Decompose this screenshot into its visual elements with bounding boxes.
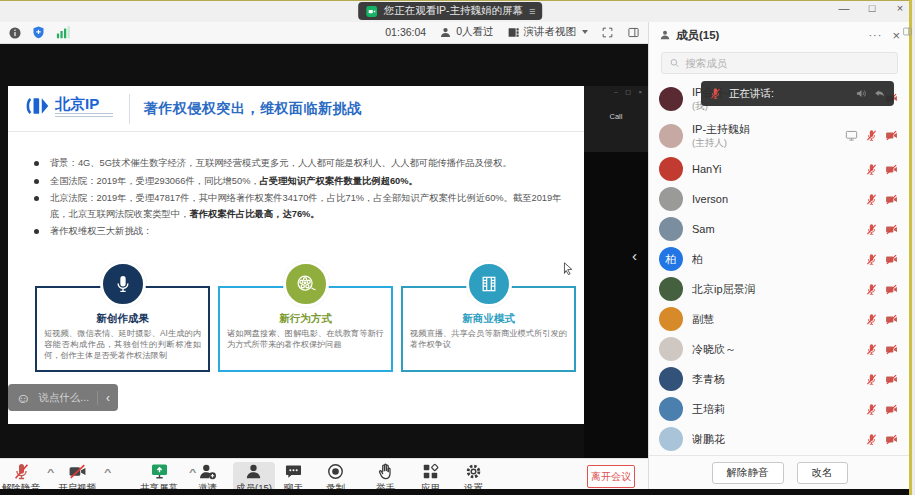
member-name: 王培莉 <box>692 402 725 417</box>
settings-gear-icon <box>464 462 483 481</box>
challenge-boxes: 新创作成果 短视频、微信表情、延时摄影、AI生成的内容能否构成作品，其独创性的判… <box>35 286 576 372</box>
member-row[interactable]: 李青杨 <box>649 364 910 394</box>
avatar <box>659 187 683 211</box>
member-row[interactable]: 副慧 <box>649 304 910 334</box>
chat-collapse-icon[interactable]: ‹ <box>106 391 110 405</box>
member-row[interactable]: HanYi <box>649 154 910 184</box>
bullet-item: 背景：4G、5G技术催生数字经济，互联网经营模式更多元，人人都可能是权利人、人人… <box>28 156 570 172</box>
member-row[interactable]: 柏 柏 <box>649 244 910 274</box>
screen-share-icon <box>845 129 858 142</box>
camera-off-icon <box>885 343 898 356</box>
window-edge <box>0 489 915 495</box>
chat-placeholder[interactable]: 说点什么... <box>38 391 89 405</box>
avatar <box>659 307 683 331</box>
avatar <box>659 427 683 451</box>
app-logo-icon <box>365 5 378 18</box>
beijing-ip-logo: 北京IP <box>24 93 113 119</box>
camera-off-icon <box>885 313 898 326</box>
bullet-dot <box>34 196 39 201</box>
watchers-indicator[interactable]: 0人看过 <box>439 25 493 39</box>
minimize-button[interactable]: — <box>837 2 851 14</box>
bullet-dot <box>34 179 39 184</box>
meeting-info-icon[interactable] <box>8 26 22 40</box>
members-panel-header: 成员(15) ··· × <box>649 22 910 48</box>
members-panel-title: 成员(15) <box>676 28 719 43</box>
logo-mark-icon <box>24 93 50 119</box>
mic-off-icon <box>865 129 878 142</box>
network-signal-icon[interactable] <box>55 25 70 40</box>
panel-collapse-arrow-icon[interactable]: ‹ <box>632 247 637 264</box>
camera-off-icon <box>885 223 898 236</box>
bullet-dot <box>34 229 39 234</box>
camera-off-icon <box>885 129 898 142</box>
mic-off-icon <box>865 193 878 206</box>
toolbar-left-icons <box>8 25 70 40</box>
rename-button[interactable]: 改名 <box>797 462 848 484</box>
mouse-cursor <box>562 262 575 275</box>
toolbar-right: 01:36:04 0人看过 演讲者视图 <box>385 25 640 39</box>
slide-bullet-list: 背景：4G、5G技术催生数字经济，互联网经营模式更多元，人人都可能是权利人、人人… <box>28 156 570 242</box>
member-row[interactable]: Sam <box>649 214 910 244</box>
bullet-item: 全国法院：2019年，受理293066件，同比增50%，占受理知识产权案件数量比… <box>28 174 570 190</box>
watching-notification[interactable]: 您正在观看IP-主持魏娟的屏幕 ≡ <box>358 2 543 20</box>
member-list: IP会务-((我) IP-主持魏娟(主持人) HanYi Iverson <box>649 80 910 454</box>
emoji-smiley-icon[interactable]: ☺ <box>16 391 30 405</box>
logo-text: 北京IP <box>55 96 113 111</box>
mic-off-icon <box>865 223 878 236</box>
video-options-chevron[interactable]: ^ <box>104 467 111 477</box>
box-title: 新创作成果 <box>44 312 201 326</box>
members-panel: 成员(15) ··· × IP会务-((我) IP-主持魏娟(主持人) <box>648 22 909 489</box>
film-strip-circle-icon <box>466 261 512 307</box>
members-icon <box>659 29 671 41</box>
share-screen-icon <box>150 462 169 481</box>
avatar <box>659 124 683 148</box>
box-body: 诸如网盘搜索、图解电影、在线教育等新行为方式所带来的著作权保护问题 <box>227 328 384 350</box>
panel-close-icon[interactable]: × <box>892 28 900 43</box>
member-name: Sam <box>692 223 715 235</box>
leave-meeting-button[interactable]: 离开会议 <box>587 465 635 488</box>
side-panel-icon[interactable] <box>627 26 640 39</box>
more-options-icon[interactable]: ··· <box>868 29 882 41</box>
close-button[interactable]: × <box>893 2 907 14</box>
box-body: 视频直播、共享会员等新商业模式所引发的著作权争议 <box>410 328 567 350</box>
quick-chat-bar[interactable]: ☺ 说点什么... ‹ <box>8 384 118 411</box>
mic-off-icon <box>709 87 722 100</box>
fullscreen-icon[interactable] <box>601 26 614 39</box>
presentation-slide: 北京IP 著作权侵权突出，维权面临新挑战 背景：4G、5G技术催生数字经济，互联… <box>8 86 584 424</box>
chat-icon <box>284 462 303 481</box>
mic-off-icon <box>865 373 878 386</box>
window-title-bar: 您正在观看IP-主持魏娟的屏幕 ≡ — □ × <box>0 0 915 22</box>
member-row[interactable]: Iverson <box>649 184 910 214</box>
member-role: (主持人) <box>692 137 750 150</box>
bullet-dot <box>34 161 39 166</box>
member-name: Iverson <box>692 193 728 205</box>
notification-menu-icon[interactable]: ≡ <box>529 5 535 17</box>
member-search-box[interactable] <box>661 52 898 74</box>
speaker-icon <box>855 87 868 100</box>
panel-toggle-icon[interactable] <box>902 26 913 37</box>
watchers-icon <box>439 26 452 39</box>
member-row[interactable]: IP-主持魏娟(主持人) <box>649 117 910 154</box>
avatar <box>659 277 683 301</box>
member-row[interactable]: 王培莉 <box>649 394 910 424</box>
member-row[interactable]: 冷晓欣～ <box>649 334 910 364</box>
bullet-item: 北京法院：2019年，受理47817件，其中网络著作权案件34170件，占比71… <box>28 191 570 222</box>
mic-off-icon <box>865 313 878 326</box>
view-mode-selector[interactable]: 演讲者视图 <box>507 25 589 39</box>
slide-title: 著作权侵权突出，维权面临新挑战 <box>144 100 362 118</box>
share-options-chevron[interactable]: ^ <box>189 467 196 477</box>
call-button[interactable]: Call <box>584 112 648 121</box>
security-shield-icon[interactable] <box>31 25 46 40</box>
mic-off-icon <box>865 343 878 356</box>
call-window-controls: – ▢ × <box>614 88 645 95</box>
maximize-button[interactable]: □ <box>865 2 879 14</box>
member-name: HanYi <box>692 163 722 175</box>
speaking-tooltip: 正在讲话: <box>701 81 894 106</box>
member-row[interactable]: 谢鹏花 <box>649 424 910 454</box>
member-row[interactable]: 北京ip屈景润 <box>649 274 910 304</box>
box-new-business: 新商业模式 视频直播、共享会员等新商业模式所引发的著作权争议 <box>401 286 576 372</box>
mic-options-chevron[interactable]: ^ <box>47 467 54 477</box>
search-input[interactable] <box>685 57 890 69</box>
unmute-all-button[interactable]: 解除静音 <box>712 462 784 484</box>
call-window: – ▢ × Call <box>584 86 648 458</box>
